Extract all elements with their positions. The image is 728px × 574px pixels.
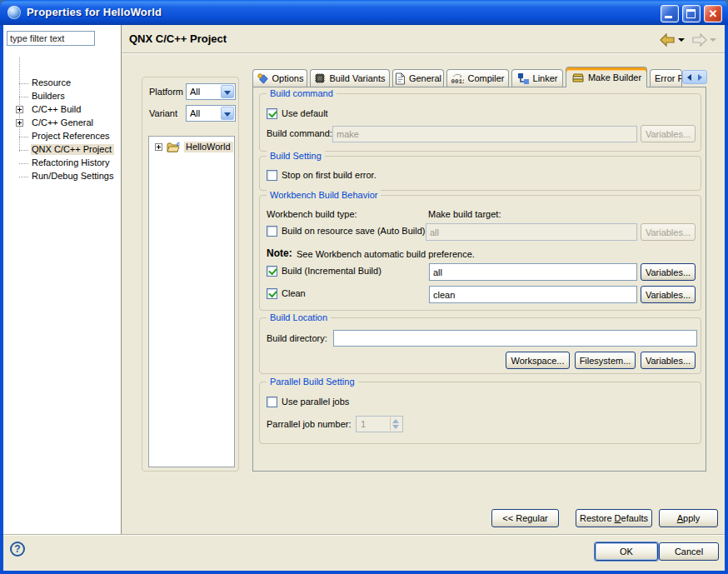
sidebar-item-builders[interactable]: Builders [3, 90, 120, 103]
variant-select[interactable]: All [186, 105, 236, 122]
group-title: Build Location [267, 312, 331, 322]
document-icon [395, 72, 406, 85]
sidebar-item-ccpp-build[interactable]: C/C++ Build [3, 103, 120, 117]
group-title: Build command [267, 88, 337, 98]
sidebar: Resource Builders C/C++ Build C/C++ Gene… [3, 25, 122, 535]
project-tree-row-helloworld[interactable]: c HelloWorld [149, 140, 234, 155]
tab-scroll-control [682, 70, 707, 84]
maximize-button[interactable] [682, 5, 701, 22]
chip-icon [314, 72, 326, 84]
sidebar-item-qnx-ccpp-project[interactable]: QNX C/C++ Project [3, 143, 120, 157]
tab-linker[interactable]: Linker [511, 69, 563, 87]
forward-arrow-icon [691, 33, 707, 47]
titlebar[interactable]: Properties for HelloWorld ✕ [0, 0, 728, 25]
properties-tree: Resource Builders C/C++ Build C/C++ Gene… [3, 50, 120, 535]
stop-on-first-error-label: Stop on first build error. [282, 170, 376, 180]
sidebar-item-ccpp-general[interactable]: C/C++ General [3, 117, 120, 130]
note-label: Note: [267, 247, 292, 259]
variables-button[interactable]: Variables... [641, 263, 696, 281]
incremental-target-input[interactable] [429, 263, 637, 281]
sidebar-item-refactoring-history[interactable]: Refactoring History [3, 157, 120, 170]
sidebar-item-resource[interactable]: Resource [3, 77, 120, 90]
tab-error-parsers[interactable]: Error Pa [650, 69, 682, 87]
linker-icon [517, 72, 530, 84]
scroll-tabs-right-icon[interactable] [698, 74, 702, 81]
scroll-tabs-left-icon[interactable] [687, 74, 691, 81]
cancel-button[interactable]: Cancel [659, 542, 719, 561]
group-title: Build Setting [267, 151, 325, 161]
build-command-group: Build command Use default Build command:… [259, 93, 701, 152]
apply-button[interactable]: Apply [659, 509, 718, 527]
note-text: See Workbench automatic build preference… [297, 249, 475, 259]
project-tree: c HelloWorld [148, 136, 235, 467]
close-icon: ✕ [705, 6, 721, 22]
regular-toggle-button[interactable]: << Regular [491, 509, 559, 527]
make-builder-icon [571, 72, 585, 83]
use-default-label: Use default [282, 108, 328, 118]
group-title: Workbench Build Behavior [267, 190, 381, 200]
expand-plus-icon[interactable] [16, 106, 23, 113]
tab-compiler[interactable]: 0011 Compiler [446, 69, 509, 87]
use-parallel-jobs-label: Use parallel jobs [282, 397, 349, 407]
parallel-job-number-label: Parrallel job number: [267, 419, 352, 429]
incremental-build-label: Build (Incremental Build) [282, 266, 381, 276]
properties-dialog: Properties for HelloWorld ✕ Resource Bui… [0, 0, 728, 574]
group-title: Parallel Build Setting [267, 377, 358, 387]
auto-build-checkbox[interactable] [267, 226, 277, 237]
incremental-build-checkbox[interactable] [267, 266, 277, 277]
expand-plus-icon[interactable] [16, 119, 23, 127]
forward-history-caret [710, 38, 716, 42]
filter-input[interactable] [7, 31, 95, 46]
build-directory-input[interactable] [333, 330, 697, 347]
sidebar-item-project-references[interactable]: Project References [3, 130, 120, 143]
ok-button[interactable]: OK [595, 542, 658, 561]
help-icon[interactable]: ? [10, 542, 25, 557]
build-setting-group: Build Setting Stop on first build error. [259, 156, 701, 191]
svg-text:c: c [177, 141, 180, 147]
expand-plus-icon[interactable] [155, 143, 162, 151]
build-command-input [332, 126, 637, 142]
use-default-checkbox[interactable] [267, 108, 277, 119]
window-title: Properties for HelloWorld [27, 6, 162, 18]
variables-button[interactable]: Variables... [641, 352, 696, 369]
make-build-target-label: Make build target: [428, 209, 501, 219]
clean-label: Clean [282, 288, 306, 298]
chevron-down-icon[interactable] [221, 107, 234, 120]
c-project-folder-icon: c [167, 141, 182, 153]
make-builder-panel: Build command Use default Build command:… [252, 87, 706, 472]
clean-target-input[interactable] [429, 286, 637, 303]
build-directory-label: Build directory: [267, 333, 327, 343]
chevron-down-icon[interactable] [221, 85, 234, 98]
job-number-value: 1 [361, 419, 366, 429]
variables-button[interactable]: Variables... [641, 286, 696, 303]
use-parallel-jobs-checkbox[interactable] [267, 397, 277, 407]
clean-checkbox[interactable] [267, 288, 277, 299]
close-button[interactable]: ✕ [704, 5, 722, 22]
maximize-icon [686, 9, 696, 18]
auto-build-label: Build on resource save (Auto Build) [282, 226, 425, 236]
tab-general[interactable]: General [392, 69, 444, 87]
variables-button: Variables... [641, 125, 696, 142]
spinner-down-icon [392, 425, 399, 429]
workspace-button[interactable]: Workspace... [506, 352, 570, 369]
stop-on-first-error-checkbox[interactable] [267, 170, 277, 181]
restore-defaults-button[interactable]: Restore Defaults [576, 509, 652, 527]
window-orb-icon [7, 6, 21, 19]
filesystem-button[interactable]: Filesystem... [575, 352, 636, 369]
sidebar-item-run-debug-settings[interactable]: Run/Debug Settings [3, 170, 120, 183]
page-title: QNX C/C++ Project [129, 32, 227, 45]
back-arrow-icon[interactable] [660, 33, 676, 47]
tab-build-variants[interactable]: Build Variants [310, 69, 390, 87]
tab-make-builder[interactable]: Make Builder [566, 67, 647, 87]
workbench-build-type-label: Workbench build type: [267, 209, 357, 219]
platform-panel: Platform All Variant All c HelloWorld [142, 77, 239, 472]
platform-select[interactable]: All [186, 83, 236, 100]
parallel-job-number-stepper: 1 [356, 416, 403, 432]
back-history-caret[interactable] [678, 38, 685, 42]
parallel-build-setting-group: Parallel Build Setting Use parallel jobs… [259, 382, 701, 444]
tab-options[interactable]: Options [252, 69, 307, 87]
build-command-label: Build command: [267, 128, 332, 138]
minimize-icon [665, 16, 672, 18]
build-location-group: Build Location Build directory: Workspac… [259, 317, 701, 374]
minimize-button[interactable] [661, 5, 679, 22]
